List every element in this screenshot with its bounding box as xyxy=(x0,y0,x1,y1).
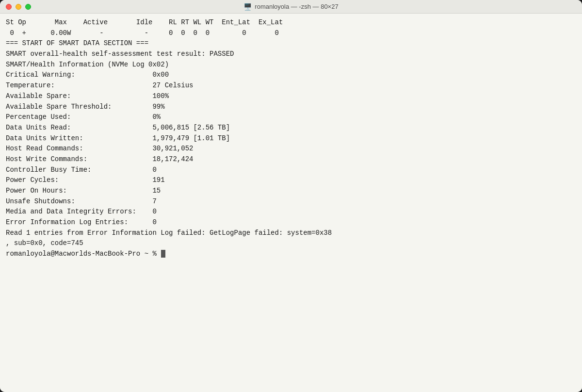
traffic-lights xyxy=(6,4,31,10)
terminal-icon: 🖥️ xyxy=(243,3,252,11)
maximize-button[interactable] xyxy=(25,4,31,10)
terminal-line: SMART/Health Information (NVMe Log 0x02) xyxy=(6,60,576,70)
terminal-line: Percentage Used: 0% xyxy=(6,112,576,123)
terminal-line: 0 + 0.00W - - 0 0 0 0 0 0 xyxy=(6,28,576,39)
terminal-line: , sub=0x0, code=745 xyxy=(6,238,576,249)
terminal-cursor xyxy=(161,250,165,258)
close-button[interactable] xyxy=(6,4,12,10)
terminal-line: Temperature: 27 Celsius xyxy=(6,81,576,91)
terminal-line: Data Units Written: 1,979,479 [1.01 TB] xyxy=(6,133,576,144)
terminal-line: Unsafe Shutdowns: 7 xyxy=(6,196,576,207)
terminal-line: Data Units Read: 5,006,815 [2.56 TB] xyxy=(6,123,576,133)
title-label: romanloyola — -zsh — 80×27 xyxy=(255,3,338,10)
terminal-line: SMART overall-health self-assessment tes… xyxy=(6,49,576,60)
terminal-line: === START OF SMART DATA SECTION === xyxy=(6,38,576,49)
window-title: 🖥️ romanloyola — -zsh — 80×27 xyxy=(243,3,338,11)
minimize-button[interactable] xyxy=(16,4,21,10)
terminal-window: 🖥️ romanloyola — -zsh — 80×27 St Op Max … xyxy=(0,0,582,392)
terminal-line: Critical Warning: 0x00 xyxy=(6,70,576,81)
terminal-line: Media and Data Integrity Errors: 0 xyxy=(6,207,576,217)
terminal-line: Power Cycles: 191 xyxy=(6,175,576,186)
terminal-line: Controller Busy Time: 0 xyxy=(6,165,576,176)
terminal-line: St Op Max Active Idle RL RT WL WT Ent_La… xyxy=(6,17,576,28)
terminal-line: Power On Hours: 15 xyxy=(6,186,576,196)
terminal-line: Host Read Commands: 30,921,052 xyxy=(6,144,576,154)
terminal-line: Read 1 entries from Error Information Lo… xyxy=(6,228,576,239)
titlebar: 🖥️ romanloyola — -zsh — 80×27 xyxy=(0,0,582,14)
terminal-line: romanloyola@Macworlds-MacBook-Pro ~ % xyxy=(6,249,576,260)
terminal-content[interactable]: St Op Max Active Idle RL RT WL WT Ent_La… xyxy=(0,14,582,392)
terminal-line: Host Write Commands: 18,172,424 xyxy=(6,154,576,165)
terminal-line: Available Spare Threshold: 99% xyxy=(6,102,576,113)
terminal-line: Error Information Log Entries: 0 xyxy=(6,217,576,228)
terminal-line: Available Spare: 100% xyxy=(6,91,576,102)
